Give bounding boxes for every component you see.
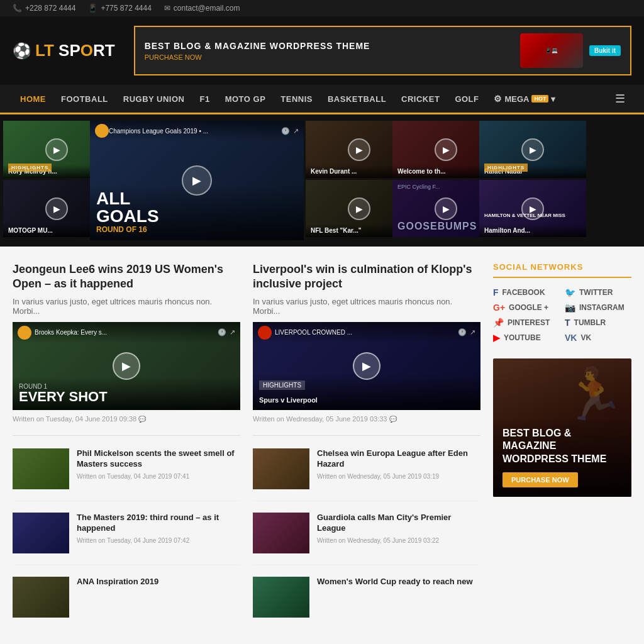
social-networks-section: SOCIAL NETWORKS f FACEBOOK 🐦 TWITTER G+ … [493, 262, 631, 343]
play-button-5[interactable]: ▶ [521, 138, 544, 161]
youtube-icon: ▶ [493, 333, 500, 343]
small-article-2-title[interactable]: Chelsea win Europa League after Eden Haz… [317, 448, 480, 470]
nav-f1[interactable]: F1 [192, 86, 217, 113]
vid-clock-right: 🕐 [458, 328, 467, 336]
video-thumb-5: ▶ Rafael Nadal HIGHLIGHTS [479, 121, 586, 178]
banner-cta[interactable]: PURCHASE NOW [145, 53, 370, 61]
featured-article-left: Jeongeun Lee6 wins 2019 US Women's Open … [13, 262, 240, 448]
nav-basketball[interactable]: BASKETBALL [320, 86, 394, 113]
instagram-label: INSTAGRAM [579, 303, 625, 312]
vid-icons: 🕐 ↗ [281, 127, 299, 135]
featured-right-date: Written on Wednesday, 05 June 2019 03:33 [253, 415, 387, 423]
play-button-8[interactable]: ▶ [435, 197, 457, 220]
small-article-1-meta: Written on Tuesday, 04 June 2019 07:41 [77, 473, 240, 480]
small-thumb-img-5 [13, 577, 69, 618]
nav-cricket[interactable]: CRICKET [394, 86, 447, 113]
small-article-4-title[interactable]: Guardiola calls Man City's Premier Leagu… [317, 513, 480, 534]
vid-overlay-left: ROUND 1 EVERY SHOT [13, 377, 240, 410]
small-article-3-info: The Masters 2019: third round – as it ha… [77, 513, 240, 553]
social-youtube[interactable]: ▶ YOUTUBE [493, 333, 560, 343]
small-article-3-title[interactable]: The Masters 2019: third round – as it ha… [77, 513, 240, 534]
liverpool-badge [258, 326, 272, 340]
play-big-left[interactable]: ▶ [113, 352, 140, 380]
social-googleplus[interactable]: G+ GOOGLE + [493, 303, 560, 313]
logo[interactable]: ⚽ LT SPORT [13, 41, 115, 60]
video-thumb-large: ▶ Champions League Goals 2019 • ... 🕐 ↗ … [90, 121, 304, 240]
small-article-5-title[interactable]: ANA Inspiration 2019 [77, 577, 158, 587]
featured-right-video[interactable]: LIVERPOOL CROWNED ... 🕐 ↗ ▶ HIGHLIGHTS S… [253, 322, 480, 410]
play-button-4[interactable]: ▶ [435, 138, 457, 161]
play-button-large[interactable]: ▶ [182, 165, 212, 196]
nav-golf[interactable]: GOLF [447, 86, 486, 113]
vid-top-left: Brooks Koepka: Every s... 🕐 ↗ [13, 322, 240, 343]
small-article-4-meta: Written on Wednesday, 05 June 2019 03:22 [317, 537, 480, 544]
banner-img: 📱💻 [520, 33, 583, 68]
content-left: Jeongeun Lee6 wins 2019 US Women's Open … [13, 262, 480, 640]
social-tumblr[interactable]: t TUMBLR [565, 318, 631, 328]
featured-right-article: Liverpool's win is culmination of Klopp'… [253, 262, 480, 436]
nav-football[interactable]: FOOTBALL [53, 86, 116, 113]
video-overlay-9: Hamilton And... [479, 224, 586, 237]
play-button-6[interactable]: ▶ [45, 197, 68, 220]
hamburger-menu[interactable]: ☰ [609, 86, 631, 112]
googleplus-icon: G+ [493, 303, 505, 313]
email-item: ✉ contact@email.com [164, 4, 240, 13]
vid-clock-left: 🕐 [218, 328, 226, 336]
hot-badge: HOT [531, 95, 548, 103]
vid-share-right: ↗ [470, 328, 475, 336]
sidebar-purchase-button[interactable]: PURCHASE NOW [502, 472, 578, 487]
mega-label: MEGA [504, 94, 529, 104]
runner-icon: 🏃 [562, 365, 625, 424]
video-item-5[interactable]: ▶ Rafael Nadal HIGHLIGHTS [479, 121, 586, 178]
featured-right-title: Liverpool's win is culmination of Klopp'… [253, 262, 480, 292]
logo-text: LT SPORT [35, 41, 115, 60]
nav-rugby[interactable]: RUGBY UNION [116, 86, 192, 113]
small-article-3: The Masters 2019: third round – as it ha… [13, 513, 240, 565]
main-content: Jeongeun Lee6 wins 2019 US Women's Open … [0, 247, 644, 644]
video-item-large[interactable]: ▶ Champions League Goals 2019 • ... 🕐 ↗ … [90, 121, 304, 240]
big-text-left: EVERY SHOT [19, 390, 234, 404]
vs-text: Spurs v Liverpool [259, 396, 318, 404]
facebook-icon: f [493, 287, 499, 297]
play-big-right[interactable]: ▶ [353, 352, 380, 380]
video-item-9[interactable]: ▶ Hamilton And... HAMILTON & VETTEL NEAR… [479, 180, 586, 237]
featured-left-video[interactable]: Brooks Koepka: Every s... 🕐 ↗ ▶ ROUND 1 … [13, 322, 240, 410]
social-vk[interactable]: VK VK [565, 333, 631, 343]
social-instagram[interactable]: 📷 INSTAGRAM [565, 303, 631, 313]
twitter-icon: 🐦 [565, 287, 575, 297]
featured-left-meta: Written on Tuesday, 04 June 2019 09:38 💬 [13, 415, 240, 423]
small-article-1-title[interactable]: Phil Mickelson scents the sweet smell of… [77, 448, 240, 470]
social-facebook[interactable]: f FACEBOOK [493, 287, 560, 297]
small-article-6-title[interactable]: Women's World Cup ready to reach new [317, 577, 473, 587]
nav-home[interactable]: HOME [13, 86, 53, 113]
phone2-text: +775 872 4444 [101, 4, 151, 13]
highlights-label-5: HIGHLIGHTS [484, 164, 528, 172]
social-grid: f FACEBOOK 🐦 TWITTER G+ GOOGLE + 📷 INSTA… [493, 287, 631, 343]
small-article-2-thumb [253, 448, 309, 489]
nav-mega[interactable]: ⚙ MEGA HOT ▾ [486, 85, 563, 113]
banner-ad-text: BEST BLOG & MAGAZINE WORDPRESS THEME PUR… [145, 41, 370, 61]
video-row: ▶ Rory McIlroy h... HIGHLIGHTS ▶ MOTOGP … [0, 121, 644, 240]
play-button-3[interactable]: ▶ [348, 138, 370, 161]
small-thumb-img-1 [13, 448, 69, 489]
video-col-1: ▶ Rory McIlroy h... HIGHLIGHTS ▶ MOTOGP … [3, 121, 88, 240]
featured-left-title: Jeongeun Lee6 wins 2019 US Women's Open … [13, 262, 240, 292]
featured-articles-row: Jeongeun Lee6 wins 2019 US Women's Open … [13, 262, 480, 448]
play-button-1[interactable]: ▶ [45, 138, 68, 161]
tumblr-icon: t [565, 318, 570, 328]
play-button-7[interactable]: ▶ [348, 197, 370, 220]
vid-share-left: ↗ [230, 328, 235, 336]
vid-top-right: LIVERPOOL CROWNED ... 🕐 ↗ [253, 322, 480, 343]
nav-motogp[interactable]: MOTO GP [218, 86, 274, 113]
sidebar-ad: 🏃 BEST BLOG & MAGAZINE WORDPRESS THEME P… [493, 358, 631, 497]
small-thumb-img-3 [13, 513, 69, 553]
featured-left-date: Written on Tuesday, 04 June 2019 09:38 [13, 415, 136, 423]
phone2-item: 📱 +775 872 4444 [88, 4, 151, 13]
sub-title-large: ROUND OF 16 [96, 225, 297, 234]
social-pinterest[interactable]: 📌 PINTEREST [493, 318, 560, 328]
nav-tennis[interactable]: TENNIS [273, 86, 320, 113]
play-button-9[interactable]: ▶ [521, 197, 544, 220]
small-article-2-info: Chelsea win Europa League after Eden Haz… [317, 448, 480, 489]
main-nav: HOME FOOTBALL RUGBY UNION F1 MOTO GP TEN… [0, 85, 644, 114]
social-twitter[interactable]: 🐦 TWITTER [565, 287, 631, 297]
